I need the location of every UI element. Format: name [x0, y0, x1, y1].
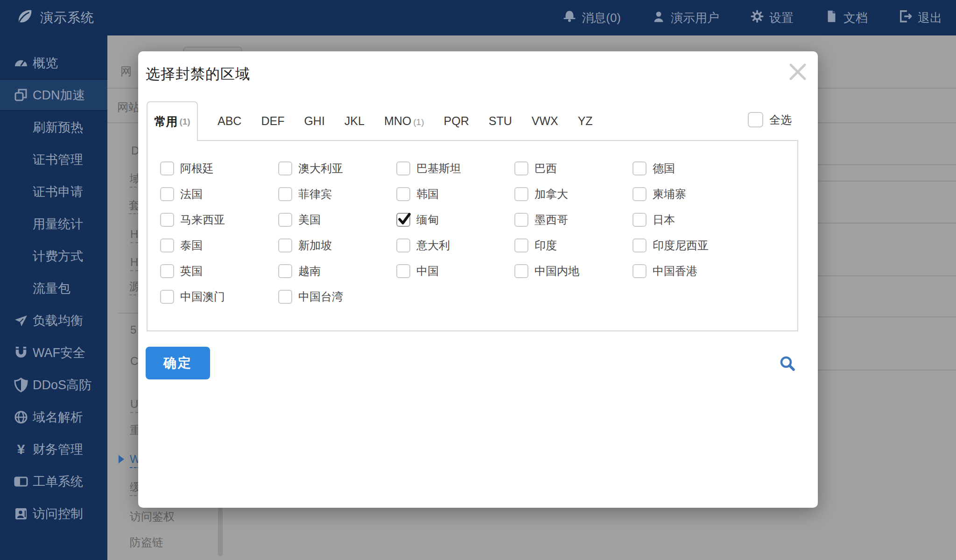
sidebar-item-证书管理[interactable]: 证书管理	[0, 143, 107, 175]
region-checkbox-加拿大[interactable]: 加拿大	[514, 181, 633, 207]
tab-常用[interactable]: 常用(1)	[147, 101, 198, 141]
shield-icon	[13, 378, 29, 392]
checkbox[interactable]	[160, 290, 174, 304]
region-label: 新加坡	[298, 238, 332, 253]
region-grid: 阿根廷澳大利亚巴基斯坦巴西德国法国菲律宾韩国加拿大柬埔寨马来西亚美国缅甸墨西哥日…	[160, 155, 751, 309]
region-label: 中国内地	[534, 264, 579, 279]
checkbox[interactable]	[396, 161, 410, 175]
tab-JKL[interactable]: JKL	[344, 114, 365, 128]
checkbox[interactable]	[396, 238, 410, 252]
sidebar-item-负载均衡[interactable]: 负载均衡	[0, 304, 107, 336]
region-checkbox-韩国[interactable]: 韩国	[396, 181, 514, 207]
tab-STU[interactable]: STU	[489, 114, 512, 128]
checkbox[interactable]	[514, 187, 528, 201]
select-all-box[interactable]	[748, 112, 763, 127]
checkbox[interactable]	[633, 187, 647, 201]
checkbox[interactable]	[160, 161, 174, 175]
sidebar-item-流量包[interactable]: 流量包	[0, 272, 107, 304]
region-checkbox-意大利[interactable]: 意大利	[396, 232, 514, 258]
checkbox[interactable]	[396, 264, 410, 278]
topbar-item-user[interactable]: 演示用户	[652, 9, 719, 27]
region-checkbox-中国[interactable]: 中国	[396, 258, 514, 284]
tab-GHI[interactable]: GHI	[304, 114, 324, 128]
checkbox[interactable]	[278, 238, 292, 252]
sidebar-item-访问控制[interactable]: 访问控制	[0, 497, 107, 530]
region-checkbox-美国[interactable]: 美国	[278, 207, 396, 232]
tab-ABC[interactable]: ABC	[218, 114, 241, 128]
region-checkbox-印度[interactable]: 印度	[514, 232, 633, 258]
checkbox[interactable]	[514, 213, 528, 227]
tab-PQR[interactable]: PQR	[444, 114, 469, 128]
checkbox-checked[interactable]	[396, 213, 410, 227]
region-checkbox-法国[interactable]: 法国	[160, 181, 278, 207]
backdrop-menu-fragment: 访问鉴权	[130, 510, 175, 524]
select-all-checkbox[interactable]: 全选	[748, 112, 792, 127]
close-icon[interactable]	[787, 61, 808, 83]
region-checkbox-泰国[interactable]: 泰国	[160, 232, 278, 258]
sidebar-item-用量统计[interactable]: 用量统计	[0, 208, 107, 240]
backdrop-menu-fragment: 网	[120, 64, 132, 78]
region-checkbox-印度尼西亚[interactable]: 印度尼西亚	[633, 232, 751, 258]
checkbox[interactable]	[633, 238, 647, 252]
region-checkbox-中国内地[interactable]: 中国内地	[514, 258, 633, 284]
region-checkbox-新加坡[interactable]: 新加坡	[278, 232, 396, 258]
tab-YZ[interactable]: YZ	[578, 114, 593, 128]
checkbox[interactable]	[514, 264, 528, 278]
region-checkbox-澳大利亚[interactable]: 澳大利亚	[278, 155, 396, 181]
checkbox[interactable]	[160, 264, 174, 278]
checkbox[interactable]	[278, 264, 292, 278]
topbar-item-document[interactable]: 文档	[824, 9, 868, 27]
sidebar-item-域名解析[interactable]: 域名解析	[0, 401, 107, 433]
checkbox[interactable]	[278, 187, 292, 201]
region-label: 韩国	[416, 187, 439, 202]
checkbox[interactable]	[633, 213, 647, 227]
region-checkbox-日本[interactable]: 日本	[633, 207, 751, 232]
checkbox[interactable]	[396, 187, 410, 201]
tab-MNO[interactable]: MNO(1)	[384, 114, 424, 128]
sidebar-item-计费方式[interactable]: 计费方式	[0, 240, 107, 272]
checkbox[interactable]	[278, 290, 292, 304]
checkbox[interactable]	[160, 238, 174, 252]
checkbox[interactable]	[278, 213, 292, 227]
tab-DEF[interactable]: DEF	[261, 114, 284, 128]
tab-VWX[interactable]: VWX	[532, 114, 558, 128]
topbar-item-bell[interactable]: 消息(0)	[562, 9, 621, 27]
checkbox[interactable]	[514, 161, 528, 175]
region-checkbox-马来西亚[interactable]: 马来西亚	[160, 207, 278, 232]
sidebar-item-DDoS高防[interactable]: DDoS高防	[0, 369, 107, 401]
sidebar-item-证书申请[interactable]: 证书申请	[0, 175, 107, 208]
checkbox[interactable]	[160, 187, 174, 201]
sidebar-item-label: 计费方式	[33, 248, 83, 265]
region-checkbox-菲律宾[interactable]: 菲律宾	[278, 181, 396, 207]
tab-label: YZ	[578, 114, 593, 127]
region-checkbox-巴基斯坦[interactable]: 巴基斯坦	[396, 155, 514, 181]
region-checkbox-缅甸[interactable]: 缅甸	[396, 207, 514, 232]
checkbox[interactable]	[633, 161, 647, 175]
sidebar-item-概览[interactable]: 概览	[0, 47, 107, 79]
checkbox[interactable]	[514, 238, 528, 252]
topbar-item-logout[interactable]: 退出	[899, 9, 942, 27]
region-checkbox-中国澳门[interactable]: 中国澳门	[160, 284, 278, 309]
sidebar-item-CDN加速[interactable]: CDN加速	[0, 79, 107, 111]
region-checkbox-柬埔寨[interactable]: 柬埔寨	[633, 181, 751, 207]
topbar-item-gear[interactable]: 设置	[750, 9, 794, 27]
checkbox[interactable]	[278, 161, 292, 175]
region-checkbox-越南[interactable]: 越南	[278, 258, 396, 284]
search-icon[interactable]	[779, 355, 797, 373]
backdrop-scrollbar[interactable]	[218, 507, 223, 556]
region-checkbox-中国香港[interactable]: 中国香港	[633, 258, 751, 284]
region-checkbox-墨西哥[interactable]: 墨西哥	[514, 207, 633, 232]
region-checkbox-英国[interactable]: 英国	[160, 258, 278, 284]
region-checkbox-阿根廷[interactable]: 阿根廷	[160, 155, 278, 181]
sidebar-item-工单系统[interactable]: 工单系统	[0, 465, 107, 497]
checkbox[interactable]	[160, 213, 174, 227]
sidebar-item-财务管理[interactable]: ¥财务管理	[0, 433, 107, 465]
region-checkbox-德国[interactable]: 德国	[633, 155, 751, 181]
region-checkbox-巴西[interactable]: 巴西	[514, 155, 633, 181]
sidebar-item-WAF安全[interactable]: WAF安全	[0, 336, 107, 369]
confirm-button[interactable]: 确定	[146, 347, 210, 379]
sidebar-item-刷新预热[interactable]: 刷新预热	[0, 111, 107, 143]
region-checkbox-中国台湾[interactable]: 中国台湾	[278, 284, 396, 309]
checkbox[interactable]	[633, 264, 647, 278]
region-label: 德国	[653, 161, 675, 176]
